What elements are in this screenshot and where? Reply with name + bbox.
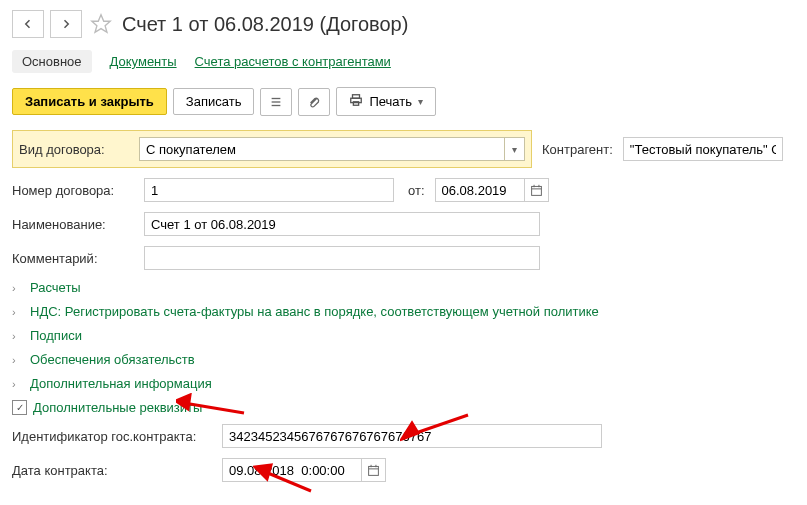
contract-date-input[interactable]	[222, 458, 362, 482]
contract-type-dropdown[interactable]: ▾	[505, 137, 525, 161]
chevron-right-icon: ›	[12, 330, 26, 342]
printer-icon	[349, 93, 363, 107]
section-additional-attrs[interactable]: ✓ Дополнительные реквизиты	[12, 400, 795, 415]
svg-rect-11	[369, 466, 379, 475]
print-button[interactable]: Печать ▾	[336, 87, 436, 116]
contract-type-label: Вид договора:	[19, 142, 129, 157]
section-vat[interactable]: › НДС: Регистрировать счета-фактуры на а…	[12, 304, 795, 319]
contractor-input[interactable]	[623, 137, 783, 161]
from-date-input[interactable]	[435, 178, 525, 202]
arrow-right-icon	[60, 18, 72, 30]
gov-contract-id-label: Идентификатор гос.контракта:	[12, 429, 212, 444]
chevron-right-icon: ›	[12, 378, 26, 390]
comment-label: Комментарий:	[12, 251, 134, 266]
list-icon	[269, 95, 283, 109]
section-obligations[interactable]: › Обеспечения обязательств	[12, 352, 795, 367]
section-label: Расчеты	[30, 280, 81, 295]
page-title: Счет 1 от 06.08.2019 (Договор)	[122, 13, 408, 36]
list-button[interactable]	[260, 88, 292, 116]
gov-contract-id-input[interactable]	[222, 424, 602, 448]
svg-rect-7	[531, 186, 541, 195]
section-calculations[interactable]: › Расчеты	[12, 280, 795, 295]
save-button[interactable]: Записать	[173, 88, 255, 115]
section-additional-info[interactable]: › Дополнительная информация	[12, 376, 795, 391]
chevron-right-icon: ›	[12, 354, 26, 366]
section-label: НДС: Регистрировать счета-фактуры на ава…	[30, 304, 599, 319]
paperclip-icon	[307, 95, 321, 109]
attach-button[interactable]	[298, 88, 330, 116]
section-label: Обеспечения обязательств	[30, 352, 195, 367]
contract-type-row: Вид договора: ▾	[12, 130, 532, 168]
contract-type-input[interactable]	[139, 137, 505, 161]
contract-date-picker[interactable]	[362, 458, 386, 482]
from-label: от:	[408, 183, 425, 198]
name-input[interactable]	[144, 212, 540, 236]
print-label: Печать	[369, 94, 412, 109]
section-label: Подписи	[30, 328, 82, 343]
svg-marker-0	[92, 15, 110, 32]
toolbar: Записать и закрыть Записать Печать ▾	[12, 87, 795, 116]
name-label: Наименование:	[12, 217, 134, 232]
tab-settlements[interactable]: Счета расчетов с контрагентами	[195, 50, 391, 73]
section-label: Дополнительные реквизиты	[33, 400, 202, 415]
chevron-right-icon: ›	[12, 282, 26, 294]
contractor-label: Контрагент:	[542, 142, 613, 157]
sections-list: › Расчеты › НДС: Регистрировать счета-фа…	[12, 280, 795, 415]
tab-documents[interactable]: Документы	[110, 50, 177, 73]
contract-number-input[interactable]	[144, 178, 394, 202]
calendar-icon	[530, 184, 543, 197]
chevron-right-icon: ›	[12, 306, 26, 318]
chevron-down-icon: ▾	[418, 96, 423, 107]
checkbox-icon[interactable]: ✓	[12, 400, 27, 415]
section-label: Дополнительная информация	[30, 376, 212, 391]
section-signatures[interactable]: › Подписи	[12, 328, 795, 343]
arrow-left-icon	[22, 18, 34, 30]
chevron-down-icon: ▾	[512, 144, 517, 155]
from-date-picker[interactable]	[525, 178, 549, 202]
tab-bar: Основное Документы Счета расчетов с конт…	[12, 50, 795, 73]
forward-button[interactable]	[50, 10, 82, 38]
favorite-star-icon[interactable]	[90, 13, 112, 35]
comment-input[interactable]	[144, 246, 540, 270]
calendar-icon	[367, 464, 380, 477]
back-button[interactable]	[12, 10, 44, 38]
contract-date-label: Дата контракта:	[12, 463, 212, 478]
tab-main[interactable]: Основное	[12, 50, 92, 73]
contract-number-label: Номер договора:	[12, 183, 134, 198]
svg-rect-6	[354, 102, 359, 106]
save-and-close-button[interactable]: Записать и закрыть	[12, 88, 167, 115]
